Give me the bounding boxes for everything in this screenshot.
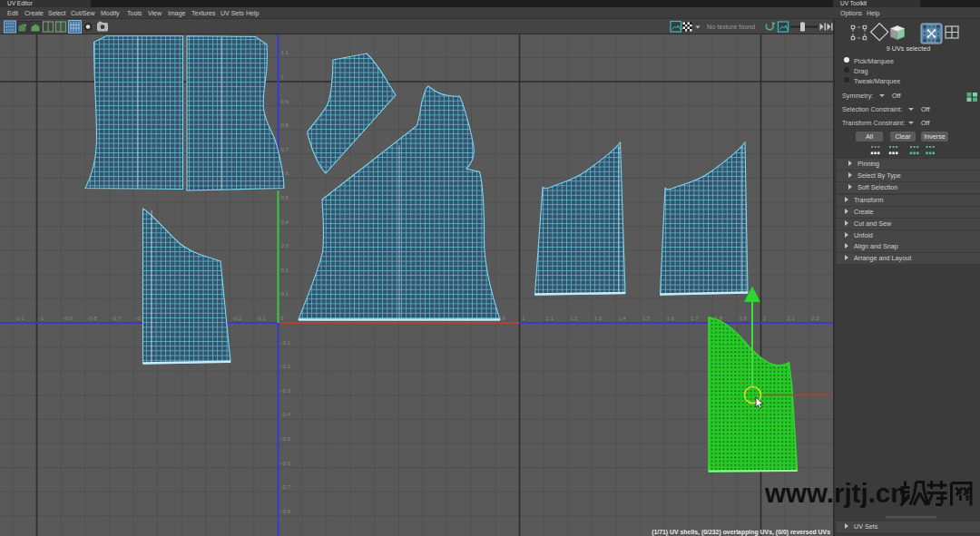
svg-text:1.4: 1.4 bbox=[618, 316, 626, 321]
svg-text:1.6: 1.6 bbox=[667, 316, 675, 321]
svg-text:-0.4: -0.4 bbox=[281, 412, 291, 417]
svg-text:-0.3: -0.3 bbox=[281, 388, 291, 394]
svg-text:-0.7: -0.7 bbox=[281, 484, 291, 490]
svg-text:2.1: 2.1 bbox=[788, 316, 796, 321]
svg-text:1.1: 1.1 bbox=[546, 316, 554, 321]
svg-text:0.4: 0.4 bbox=[281, 219, 289, 225]
svg-text:-0.5: -0.5 bbox=[281, 436, 291, 442]
svg-text:-0.2: -0.2 bbox=[281, 364, 291, 369]
svg-text:0.1: 0.1 bbox=[281, 291, 289, 297]
svg-text:0.2: 0.2 bbox=[281, 268, 289, 273]
svg-text:1.2: 1.2 bbox=[570, 316, 578, 321]
svg-text:(1/71) UV shells, (0/232) over: (1/71) UV shells, (0/232) overlapping UV… bbox=[652, 529, 830, 536]
svg-text:1.1: 1.1 bbox=[281, 50, 289, 55]
svg-text:0.8: 0.8 bbox=[281, 122, 289, 128]
svg-text:0.9: 0.9 bbox=[281, 99, 289, 104]
svg-text:1.7: 1.7 bbox=[691, 316, 699, 321]
svg-text:0.3: 0.3 bbox=[281, 243, 289, 249]
svg-text:1.9: 1.9 bbox=[739, 316, 747, 321]
svg-text:1.5: 1.5 bbox=[642, 316, 651, 321]
svg-text:0.7: 0.7 bbox=[281, 147, 289, 152]
svg-text:-0.8: -0.8 bbox=[281, 509, 291, 514]
svg-text:-1.1: -1.1 bbox=[15, 316, 24, 321]
svg-text:www.rjtj.cn: www.rjtj.cn bbox=[764, 478, 906, 508]
svg-text:No texture found: No texture found bbox=[707, 23, 755, 31]
svg-text:-0.8: -0.8 bbox=[87, 316, 97, 321]
svg-text:-1: -1 bbox=[39, 316, 44, 321]
svg-text:-0.6: -0.6 bbox=[281, 461, 291, 466]
svg-text:-0.1: -0.1 bbox=[256, 316, 266, 321]
svg-text:-0.2: -0.2 bbox=[232, 316, 242, 321]
svg-text:0.5: 0.5 bbox=[281, 195, 289, 200]
svg-text:-0.1: -0.1 bbox=[281, 340, 291, 346]
svg-text:-0.7: -0.7 bbox=[112, 316, 122, 321]
svg-text:2.2: 2.2 bbox=[811, 316, 819, 321]
svg-text:-0.9: -0.9 bbox=[64, 316, 74, 321]
svg-text:1.3: 1.3 bbox=[594, 316, 603, 321]
